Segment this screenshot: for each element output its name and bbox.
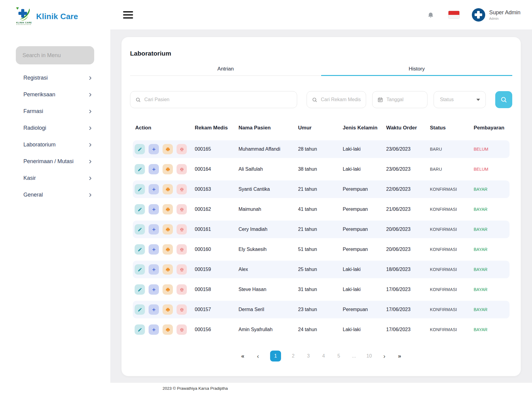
printer-icon	[166, 267, 170, 272]
cell-rekam-medis: 000159	[192, 267, 236, 272]
sidebar-search-input[interactable]	[16, 46, 94, 64]
cell-waktu-order: 23/06/2023	[384, 146, 427, 152]
add-button[interactable]	[149, 204, 159, 214]
cari-pasien-input[interactable]	[130, 91, 297, 108]
print-button[interactable]	[163, 144, 173, 154]
print-button[interactable]	[163, 264, 173, 275]
print-button[interactable]	[163, 184, 173, 194]
sidebar-item-laboratorium[interactable]: Laboratorium	[0, 136, 110, 153]
pagination-page-2[interactable]: 2	[290, 353, 296, 359]
add-button[interactable]	[149, 264, 159, 275]
add-button[interactable]	[149, 304, 159, 315]
add-button[interactable]	[149, 284, 159, 295]
sidebar-item-kasir[interactable]: Kasir	[0, 170, 110, 187]
heart-icon: ♥	[16, 5, 19, 11]
plus-icon	[152, 287, 156, 292]
pagination: «‹12345...10›»	[130, 351, 512, 361]
cell-pembayaran: BAYAR	[471, 267, 510, 272]
add-button[interactable]	[149, 324, 159, 335]
cell-umur: 41 tahun	[296, 207, 340, 212]
sidebar-item-penerimaan-mutasi[interactable]: Penerimaan / Mutasi	[0, 153, 110, 170]
filters-row: Status	[130, 91, 512, 108]
cell-pembayaran: BAYAR	[471, 287, 510, 292]
edit-button[interactable]	[135, 284, 145, 295]
hamburger-menu-button[interactable]	[123, 11, 134, 19]
lab-result-button[interactable]	[177, 144, 187, 154]
search-icon	[500, 96, 507, 103]
lab-result-button[interactable]	[177, 184, 187, 194]
add-button[interactable]	[149, 224, 159, 235]
edit-button[interactable]	[135, 324, 145, 335]
pagination-prev-button[interactable]: ‹	[255, 352, 261, 360]
edit-button[interactable]	[135, 184, 145, 194]
print-button[interactable]	[163, 284, 173, 295]
lab-result-button[interactable]	[177, 204, 187, 214]
lab-result-button[interactable]	[177, 264, 187, 275]
lab-result-button[interactable]	[177, 244, 187, 255]
pagination-page-10[interactable]: 10	[366, 353, 372, 359]
user-block[interactable]: Super Admin Admin	[489, 9, 520, 20]
edit-button[interactable]	[135, 164, 145, 174]
lab-result-button[interactable]	[177, 224, 187, 235]
printer-icon	[166, 187, 170, 192]
edit-button[interactable]	[135, 224, 145, 235]
chevron-right-icon	[88, 159, 93, 164]
row-actions	[133, 164, 192, 174]
printer-icon	[166, 307, 170, 312]
pagination-page-3[interactable]: 3	[305, 353, 311, 359]
status-select[interactable]: Status	[434, 91, 486, 108]
cell-status: KONFIRMASI	[427, 247, 471, 252]
sidebar-item-radiologi[interactable]: Radiologi	[0, 120, 110, 136]
scale-icon	[180, 227, 184, 232]
pagination-page-1[interactable]: 1	[270, 351, 281, 361]
search-submit-button[interactable]	[495, 91, 512, 108]
topbar-right: Super Admin Admin	[427, 8, 520, 22]
sidebar-item-pemeriksaan[interactable]: Pemeriksaan	[0, 86, 110, 103]
print-button[interactable]	[163, 224, 173, 235]
pagination-page-4[interactable]: 4	[321, 353, 327, 359]
table-row: 000163Syanti Cantika21 tahunPerempuan22/…	[133, 180, 510, 198]
add-button[interactable]	[149, 244, 159, 255]
lab-result-button[interactable]	[177, 304, 187, 315]
cell-umur: 31 tahun	[296, 287, 340, 292]
add-button[interactable]	[149, 164, 159, 174]
copyright-text: 2023 © Prawathiya Karsa Pradiptha	[163, 386, 228, 391]
row-actions	[133, 284, 192, 295]
add-button[interactable]	[149, 184, 159, 194]
sidebar-item-registrasi[interactable]: Registrasi	[0, 70, 110, 86]
sidebar-item-farmasi[interactable]: Farmasi	[0, 103, 110, 120]
table-row: 000159Alex25 tahunLaki-laki18/06/2023KON…	[133, 261, 510, 278]
pagination-last-button[interactable]: »	[396, 353, 403, 359]
edit-button[interactable]	[135, 244, 145, 255]
lab-result-button[interactable]	[177, 324, 187, 335]
edit-button[interactable]	[135, 144, 145, 154]
language-flag-indonesia[interactable]	[448, 11, 460, 19]
tab-antrian[interactable]: Antrian	[130, 63, 321, 76]
add-button[interactable]	[149, 144, 159, 154]
pagination-next-button[interactable]: ›	[381, 352, 387, 360]
cell-umur: 25 tahun	[296, 267, 340, 272]
print-button[interactable]	[163, 244, 173, 255]
plus-icon	[152, 207, 156, 212]
print-button[interactable]	[163, 164, 173, 174]
edit-button[interactable]	[135, 304, 145, 315]
lab-result-button[interactable]	[177, 164, 187, 174]
lab-result-button[interactable]	[177, 284, 187, 295]
main-area: Super Admin Admin Laboratorium AntrianHi…	[110, 0, 532, 394]
user-name: Super Admin	[489, 9, 520, 16]
tab-history[interactable]: History	[321, 63, 512, 76]
cell-status: BARU	[427, 147, 471, 152]
pagination-first-button[interactable]: «	[240, 353, 246, 359]
sidebar-item-label: Kasir	[23, 175, 36, 181]
edit-button[interactable]	[135, 264, 145, 275]
avatar[interactable]	[472, 8, 485, 22]
sidebar-item-general[interactable]: General	[0, 187, 110, 203]
print-button[interactable]	[163, 304, 173, 315]
edit-button[interactable]	[135, 204, 145, 214]
cell-rekam-medis: 000162	[192, 207, 236, 212]
history-table: ActionRekam MedisNama PasienUmurJenis Ke…	[130, 123, 512, 338]
print-button[interactable]	[163, 324, 173, 335]
print-button[interactable]	[163, 204, 173, 214]
notifications-bell-icon[interactable]	[427, 11, 434, 19]
pagination-page-5[interactable]: 5	[336, 353, 342, 359]
